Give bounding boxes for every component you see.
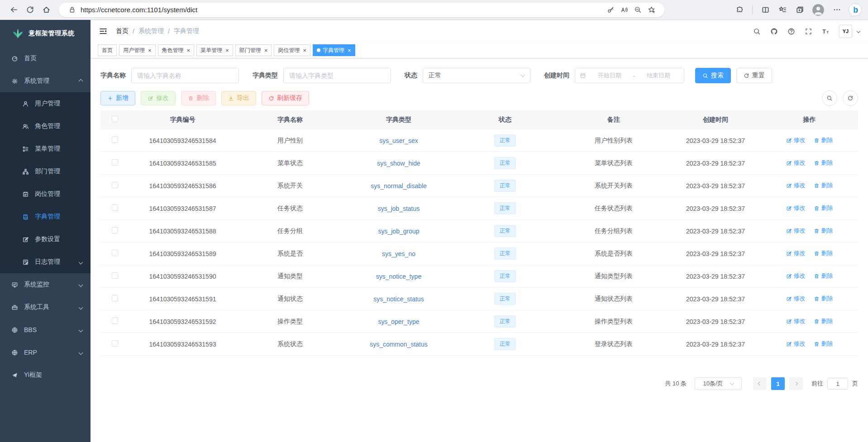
prev-page-button[interactable] — [753, 377, 767, 390]
read-aloud-icon[interactable] — [617, 6, 631, 14]
column-header[interactable]: 字典类型 — [344, 116, 453, 124]
row-checkbox[interactable] — [112, 182, 118, 188]
breadcrumb-item[interactable]: 系统管理 — [138, 27, 164, 35]
sidebar-item-menu[interactable]: 菜单管理 — [0, 138, 91, 160]
close-icon[interactable]: × — [303, 48, 306, 53]
row-checkbox[interactable] — [112, 204, 118, 211]
back-icon[interactable] — [5, 2, 22, 18]
row-checkbox[interactable] — [112, 250, 118, 256]
row-delete-link[interactable]: 删除 — [814, 272, 833, 280]
row-delete-link[interactable]: 删除 — [814, 159, 833, 167]
goto-page-input[interactable] — [827, 378, 848, 390]
tag-tab[interactable]: 角色管理× — [158, 44, 195, 56]
chevron-down-icon[interactable] — [857, 29, 860, 33]
start-date-placeholder[interactable]: 开始日期 — [589, 71, 630, 80]
user-avatar[interactable]: YJ — [839, 25, 852, 38]
row-edit-link[interactable]: 修改 — [786, 181, 806, 190]
column-header[interactable]: 备注 — [557, 116, 670, 124]
column-header[interactable]: 状态 — [453, 116, 557, 124]
sidebar-item-erp[interactable]: ERP — [0, 341, 91, 364]
dict-name-input[interactable] — [131, 68, 239, 83]
sidebar-item-dept[interactable]: 部门管理 — [0, 160, 91, 183]
dict-type-link[interactable]: sys_yes_no — [382, 250, 415, 257]
sidebar-item-post[interactable]: 岗位管理 — [0, 183, 91, 205]
row-edit-link[interactable]: 修改 — [786, 227, 806, 235]
dict-type-link[interactable]: sys_notice_type — [376, 273, 421, 280]
help-icon[interactable] — [787, 28, 795, 35]
dict-type-link[interactable]: sys_normal_disable — [371, 182, 427, 190]
row-delete-link[interactable]: 删除 — [814, 295, 833, 303]
row-delete-link[interactable]: 删除 — [814, 204, 833, 212]
add-favorite-icon[interactable] — [644, 6, 658, 14]
dict-type-input[interactable] — [283, 68, 391, 83]
password-key-icon[interactable] — [604, 6, 617, 14]
row-edit-link[interactable]: 修改 — [786, 204, 806, 212]
refresh-icon[interactable] — [22, 2, 38, 18]
column-header[interactable]: 字典编号 — [129, 116, 236, 124]
sidebar-item-log[interactable]: 日志管理 — [0, 251, 91, 273]
sidebar-item-monitor[interactable]: 系统监控 — [0, 273, 91, 296]
column-header[interactable]: 创建时间 — [670, 116, 761, 124]
search-button[interactable]: 搜索 — [695, 68, 731, 83]
bing-chat-icon[interactable]: b — [849, 3, 863, 17]
row-delete-link[interactable]: 删除 — [814, 181, 833, 190]
row-delete-link[interactable]: 删除 — [814, 317, 833, 325]
close-icon[interactable]: × — [264, 48, 268, 53]
sidebar-item-dict[interactable]: 字典管理 — [0, 205, 91, 228]
dict-type-link[interactable]: sys_job_group — [378, 228, 419, 235]
tag-tab[interactable]: 用户管理× — [119, 44, 156, 56]
delete-button[interactable]: 删除 — [181, 91, 216, 105]
row-edit-link[interactable]: 修改 — [786, 317, 806, 325]
edit-button[interactable]: 修改 — [141, 91, 176, 105]
sidebar-item-home[interactable]: 首页 — [0, 47, 91, 70]
dict-type-link[interactable]: sys_job_status — [378, 205, 420, 212]
tag-tab[interactable]: 首页 — [98, 44, 117, 56]
sidebar-item-user[interactable]: 用户管理 — [0, 92, 91, 115]
sidebar-item-config[interactable]: 参数设置 — [0, 228, 91, 251]
export-button[interactable]: 导出 — [221, 91, 256, 105]
row-checkbox[interactable] — [112, 159, 118, 166]
column-header[interactable]: 操作 — [761, 116, 858, 124]
row-checkbox[interactable] — [112, 227, 118, 233]
sidebar-item-role[interactable]: 角色管理 — [0, 115, 91, 138]
split-screen-icon[interactable] — [757, 2, 773, 18]
refresh-cache-button[interactable]: 刷新缓存 — [262, 91, 309, 105]
row-delete-link[interactable]: 删除 — [814, 340, 833, 348]
url-text[interactable]: https://ccnetcore.com:1101/system/dict — [81, 6, 604, 14]
close-icon[interactable]: × — [348, 48, 351, 53]
collapse-sidebar-icon[interactable] — [99, 27, 108, 36]
reset-button[interactable]: 重置 — [736, 68, 772, 83]
end-date-placeholder[interactable]: 结束日期 — [638, 71, 679, 80]
refresh-table-button[interactable] — [843, 90, 858, 106]
row-edit-link[interactable]: 修改 — [786, 249, 806, 257]
breadcrumb-item[interactable]: 首页 — [116, 27, 129, 35]
row-checkbox[interactable] — [112, 137, 118, 143]
close-icon[interactable]: × — [225, 48, 229, 53]
more-menu-icon[interactable] — [829, 2, 845, 18]
dict-type-link[interactable]: sys_common_status — [370, 341, 428, 348]
row-checkbox[interactable] — [112, 340, 118, 347]
dict-type-link[interactable]: sys_show_hide — [377, 160, 420, 167]
search-icon[interactable] — [753, 28, 761, 35]
tag-tab[interactable]: 岗位管理× — [274, 44, 310, 56]
add-button[interactable]: 新增 — [100, 91, 135, 105]
collections-icon[interactable] — [792, 2, 808, 18]
row-checkbox[interactable] — [112, 318, 118, 324]
zoom-out-icon[interactable] — [631, 6, 644, 14]
row-edit-link[interactable]: 修改 — [786, 340, 806, 348]
toggle-search-button[interactable] — [822, 90, 837, 106]
fullscreen-icon[interactable] — [805, 28, 812, 35]
row-edit-link[interactable]: 修改 — [786, 295, 806, 303]
row-edit-link[interactable]: 修改 — [786, 136, 806, 144]
sidebar-item-bbs[interactable]: BBS — [0, 318, 91, 341]
row-checkbox[interactable] — [112, 272, 118, 279]
select-all-checkbox[interactable] — [112, 116, 118, 122]
tag-tab[interactable]: 部门管理× — [235, 44, 272, 56]
sidebar-item-tool[interactable]: 系统工具 — [0, 296, 91, 318]
sidebar-item-yi[interactable]: Yi框架 — [0, 364, 91, 386]
status-select[interactable]: 正常 — [423, 68, 530, 83]
tag-tab[interactable]: 菜单管理× — [196, 44, 233, 56]
row-edit-link[interactable]: 修改 — [786, 159, 806, 167]
row-edit-link[interactable]: 修改 — [786, 272, 806, 280]
close-icon[interactable]: × — [187, 48, 191, 53]
